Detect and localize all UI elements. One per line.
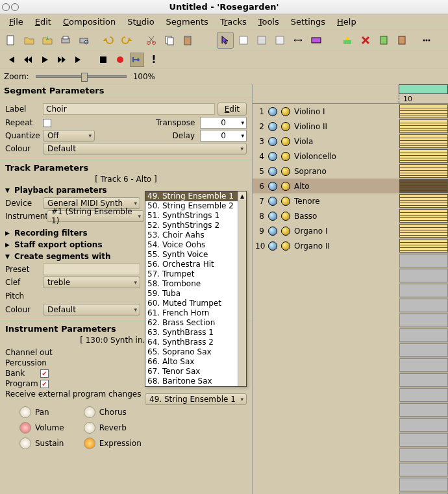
window-controls[interactable] [2,3,19,11]
menu-composition[interactable]: Composition [58,15,121,29]
program-combo[interactable]: 49. String Ensemble 1 [145,393,247,405]
track-row[interactable]: 10Organo II [253,238,399,253]
menu-edit[interactable]: Edit [30,15,56,29]
dropdown-option[interactable]: 67. Tenor Sax [145,367,246,377]
dropdown-option[interactable]: 55. Synth Voice [145,250,246,260]
clef-combo[interactable]: treble [43,277,140,288]
loop-region[interactable] [399,84,448,94]
segment-block[interactable] [399,224,448,238]
dropdown-option[interactable]: 56. Orchestra Hit [145,260,246,269]
record-dot-icon[interactable] [281,197,290,206]
sustain-knob[interactable] [19,438,31,449]
zoom-slider[interactable] [36,75,127,78]
dropdown-option[interactable]: 57. Trumpet [145,269,246,279]
reverb-knob[interactable] [84,422,95,434]
segment-canvas[interactable] [399,104,448,494]
track-row[interactable]: 9Organo I [253,223,399,238]
ffwd-icon[interactable] [55,53,69,67]
record-dot-icon[interactable] [281,227,290,236]
dropdown-option[interactable]: 62. Brass Section [145,318,246,328]
edit-label-button[interactable]: Edit [218,103,247,116]
mute-dot-icon[interactable] [268,167,277,176]
seg-colour-combo[interactable]: Default [43,143,247,154]
preset-input[interactable] [43,264,140,275]
segment-block[interactable] [399,179,448,193]
mute-dot-icon[interactable] [268,197,277,206]
dropdown-scrollbar[interactable]: ▲ [238,191,246,386]
dropdown-option[interactable]: 60. Muted Trumpet [145,299,246,308]
undo-icon[interactable] [100,32,117,49]
mute-dot-icon[interactable] [268,227,277,236]
segment-block[interactable] [399,164,448,178]
bank-checkbox[interactable]: ✔ [40,369,49,378]
track-row[interactable]: 3Viola [253,134,399,149]
record-dot-icon[interactable] [281,107,290,116]
print-icon[interactable] [57,32,74,49]
track-row[interactable]: 7Tenore [253,193,399,208]
record-dot-icon[interactable] [281,182,290,191]
resize-tool-icon[interactable] [290,32,306,49]
mute-dot-icon[interactable] [268,241,277,251]
split-tool-icon[interactable] [308,32,325,49]
mute-dot-icon[interactable] [268,182,277,191]
segment-block[interactable] [399,194,448,208]
segment-block[interactable] [399,239,448,253]
dropdown-option[interactable]: 53. Choir Aahs [145,230,246,240]
track-row[interactable]: 1Violino I [253,104,399,119]
segment-block[interactable] [399,119,448,133]
trk-colour-combo[interactable]: Default [43,304,140,315]
more-icon[interactable] [418,32,435,49]
track-row[interactable]: 8Basso [253,208,399,223]
dropdown-option[interactable]: 63. SynthBrass 1 [145,328,246,338]
rewind-start-icon[interactable] [4,53,18,67]
program-dropdown[interactable]: 49. String Ensemble 150. String Ensemble… [145,191,247,387]
window-max-icon[interactable] [11,3,19,11]
erase-tool-icon[interactable] [253,32,270,49]
repeat-checkbox[interactable] [43,119,51,127]
segment-block[interactable] [399,149,448,163]
draw-tool-icon[interactable] [235,32,252,49]
loop-icon[interactable] [130,53,144,67]
instrument-combo[interactable]: #1 (String Ensemble 1) [47,210,144,222]
stop-icon[interactable] [96,53,110,67]
mute-dot-icon[interactable] [268,107,277,116]
mute-dot-icon[interactable] [268,152,277,161]
save-file-icon[interactable] [39,32,56,49]
dropdown-option[interactable]: 68. Baritone Sax [145,377,246,386]
dropdown-option[interactable]: 51. SynthStrings 1 [145,211,246,221]
record-dot-icon[interactable] [281,137,290,146]
add-track-icon[interactable] [339,32,356,49]
dropdown-option[interactable]: 61. French Horn [145,308,246,318]
record-dot-icon[interactable] [281,122,290,131]
menu-segments[interactable]: Segments [161,15,214,29]
mute-dot-icon[interactable] [268,137,277,146]
track-row[interactable]: 2Violino II [253,119,399,134]
dropdown-option[interactable]: 54. Voice Oohs [145,240,246,250]
copy-icon[interactable] [161,32,178,49]
cut-icon[interactable] [143,32,160,49]
segment-block[interactable] [399,105,448,118]
track-row[interactable]: 5Soprano [253,164,399,179]
expression-knob[interactable] [84,438,95,449]
dropdown-option[interactable]: 59. Tuba [145,289,246,299]
track-row[interactable]: 6Alto [253,179,399,193]
menu-tracks[interactable]: Tracks [215,15,252,29]
record-dot-icon[interactable] [281,212,290,221]
dropdown-option[interactable]: 65. Soprano Sax [145,347,246,357]
ffwd-end-icon[interactable] [71,53,86,67]
delete-track-icon[interactable] [357,32,374,49]
new-file-icon[interactable] [3,32,19,49]
menu-tools[interactable]: Tools [253,15,284,29]
record-dot-icon[interactable] [281,152,290,161]
menu-studio[interactable]: Studio [122,15,159,29]
mute-dot-icon[interactable] [268,212,277,221]
volume-knob[interactable] [19,422,31,434]
paste-icon[interactable] [179,32,196,49]
track-up-icon[interactable] [375,32,392,49]
print-preview-icon[interactable] [75,32,92,49]
segment-label-input[interactable]: Choir [43,103,215,115]
chorus-knob[interactable] [84,406,95,418]
window-close-icon[interactable] [2,3,10,11]
record-dot-icon[interactable] [281,241,290,251]
timeline-ruler[interactable]: 10 [253,84,448,104]
